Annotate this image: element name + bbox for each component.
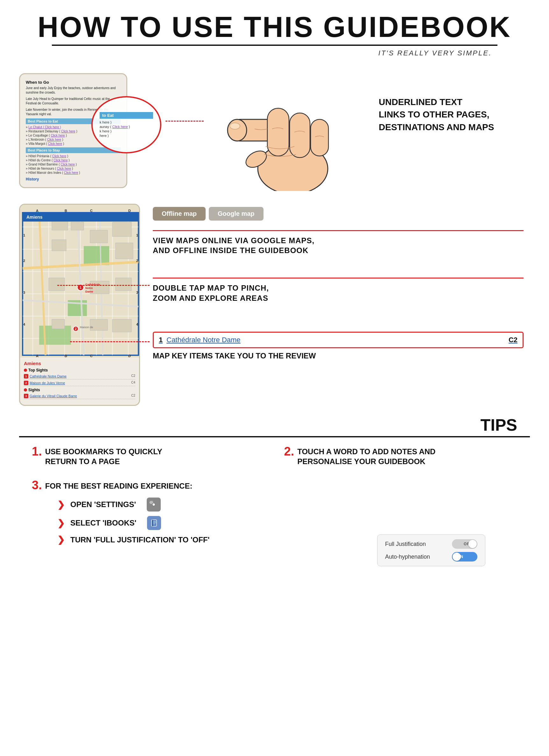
circle-item-3: k here ) (100, 129, 153, 133)
svg-text:Maison de: Maison de (80, 326, 93, 329)
stay-item-5: Hôtel Manoir des Indes ( Click here ) (26, 171, 121, 174)
tip-3-item-3-container: ❯ Turn 'Full Justification' to 'off' Ful… (57, 534, 517, 566)
full-justification-toggle[interactable]: OFF (452, 539, 477, 549)
tip-3-item-1-text: Open 'Settings' (70, 500, 136, 509)
section-links: When to Go June and early July Enjoy the… (0, 60, 549, 197)
offline-map-button[interactable]: Offline map (153, 207, 206, 221)
stay-link-4[interactable]: Click here (57, 167, 71, 170)
phone-mockup-links: When to Go June and early July Enjoy the… (19, 73, 127, 188)
tip-3-item-2: ❯ Select 'iBooks' (57, 516, 517, 530)
svg-rect-6 (290, 113, 310, 158)
svg-text:B: B (65, 354, 67, 357)
tip-3-number: 3. (32, 479, 42, 491)
toggle-1-label: Full Justification (385, 541, 426, 548)
click-here-link[interactable]: Click here (45, 125, 59, 129)
map-key-highlight[interactable]: 1 Cathédrale Notre Dame C2 (153, 332, 524, 348)
stay-item-4: Hôtel de Nemours ( Click here ) (26, 167, 121, 170)
dotted-connector-1 (165, 121, 204, 122)
stay-link-1[interactable]: Click here (52, 154, 66, 158)
view-maps-text: VIEW MAPS ONLINE VIA GOOGLE MAPS,AND OFF… (153, 236, 524, 255)
eat-link-3[interactable]: Click here (51, 134, 65, 137)
stay-link-3[interactable]: Click here (61, 163, 75, 166)
svg-rect-32 (71, 222, 84, 230)
history-link[interactable]: History (26, 177, 39, 181)
svg-text:C: C (90, 209, 93, 213)
svg-rect-33 (52, 240, 66, 251)
tip-3-header: 3. FOR THE BEST READING EXPERIENCE: (32, 479, 517, 491)
svg-point-4 (230, 123, 240, 129)
sights-title: Sights (24, 388, 135, 392)
toggle-area: Full Justification OFF Auto-hyphenation … (377, 534, 485, 566)
hand-svg (210, 70, 356, 191)
tips-grid: 1. USE BOOKMARKS TO QUICKLYRETURN TO A P… (0, 439, 549, 476)
svg-rect-34 (90, 230, 108, 243)
svg-text:Dame: Dame (85, 290, 93, 293)
svg-text:3: 3 (136, 291, 138, 294)
tip-3-text: FOR THE BEST READING EXPERIENCE: (45, 480, 193, 491)
svg-rect-40 (52, 319, 65, 329)
tip-1-text: USE BOOKMARKS TO QUICKLYRETURN TO A PAGE (45, 445, 162, 466)
highlight-coord: C2 (509, 336, 517, 344)
view-maps-desc: VIEW MAPS ONLINE VIA GOOGLE MAPS,AND OFF… (153, 230, 524, 255)
eat-link-2[interactable]: Click here (61, 130, 75, 133)
circle-item-2: aunay ( Click here ) (100, 125, 153, 129)
book-icon (150, 519, 158, 527)
stay-link-2[interactable]: Click here (53, 159, 67, 162)
tip-3-items: ❯ Open 'Settings' ❯ Select 'iBooks' (32, 498, 517, 566)
red-circle-overlay: to Eat k here ) aunay ( Click here ) k h… (91, 96, 161, 153)
circle-click-link[interactable]: Click here (112, 125, 128, 129)
hand-illustration (210, 70, 356, 191)
svg-text:1: 1 (80, 286, 81, 289)
toggle-2-knob (453, 553, 461, 561)
toggle-row-2: Auto-hyphenation ON (385, 552, 477, 562)
svg-text:4: 4 (23, 322, 25, 326)
top-sight-1-link[interactable]: Cathédrale Notre Dame (30, 374, 131, 378)
svg-text:2: 2 (136, 259, 138, 263)
circle-item-1: k here ) (100, 120, 153, 124)
eat-link-4[interactable]: Click here (47, 138, 61, 141)
svg-text:3: 3 (23, 291, 25, 294)
toggle-1-knob (468, 540, 477, 548)
page-title: HOW TO USE THIS GUIDEBOOK (19, 13, 530, 41)
svg-text:B: B (65, 209, 67, 213)
eat-link-5[interactable]: Click here (48, 142, 62, 145)
double-tap-text: DOUBLE TAP MAP TO PINCH,ZOOM AND EXPLORE… (153, 283, 524, 303)
map-phone-mockup: 1 Cathédrale Notre Dame 2 Maison de Amie… (19, 204, 140, 406)
top-sight-2: 2 Maison de Jules Verne C4 (24, 380, 135, 386)
auto-hyphenation-toggle[interactable]: ON (452, 552, 477, 562)
tip-3-item-2-text: Select 'iBooks' (70, 519, 136, 527)
chevron-icon-3: ❯ (57, 534, 65, 545)
subtitle: IT'S REALLY VERY SIMPLE. (19, 49, 530, 57)
highlight-name[interactable]: Cathédrale Notre Dame (166, 336, 509, 344)
svg-rect-72 (152, 520, 153, 526)
map-key-section: Amiens Top Sights 1 Cathédrale Notre Dam… (20, 357, 139, 405)
stay-item-1: Hôtel Printania ( Click here ) (26, 154, 121, 158)
page-header: HOW TO USE THIS GUIDEBOOK IT'S REALLY VE… (0, 0, 549, 60)
tips-header: TIPS (0, 412, 549, 435)
sight-1-link[interactable]: Galerie du Vitrail Claude Barre (30, 394, 131, 398)
top-sight-1: 1 Cathédrale Notre Dame C2 (24, 373, 135, 379)
svg-text:2: 2 (75, 327, 77, 331)
title-divider (52, 45, 497, 46)
history-link-container: History (26, 177, 121, 181)
svg-text:1: 1 (23, 233, 25, 237)
dotted-connector-map (57, 285, 150, 286)
map-buttons-row: Offline map Google map (153, 207, 524, 221)
gear-icon (149, 500, 158, 509)
svg-rect-39 (116, 278, 131, 291)
tip-2-text: TOUCH A WORD TO ADD NOTES ANDPERSONALISE… (297, 445, 435, 466)
when-to-go-text1: June and early July Enjoy the beaches, o… (26, 86, 121, 95)
stay-link-5[interactable]: Click here (64, 171, 78, 174)
top-sight-2-link[interactable]: Maison de Jules Verne (30, 381, 131, 385)
toggle-row-1: Full Justification OFF (385, 539, 477, 549)
google-map-button[interactable]: Google map (209, 207, 264, 221)
svg-rect-37 (49, 278, 65, 291)
svg-text:C: C (90, 354, 93, 357)
tips-divider (19, 436, 530, 437)
when-to-go-title: When to Go (26, 80, 121, 85)
svg-text:A: A (36, 209, 39, 213)
map-city-title: Amiens (24, 361, 135, 366)
tip-2: 2. TOUCH A WORD TO ADD NOTES ANDPERSONAL… (284, 445, 517, 466)
map-image-area: 1 Cathédrale Notre Dame 2 Maison de Amie… (20, 205, 139, 357)
circle-item-4: here ) (100, 134, 153, 138)
